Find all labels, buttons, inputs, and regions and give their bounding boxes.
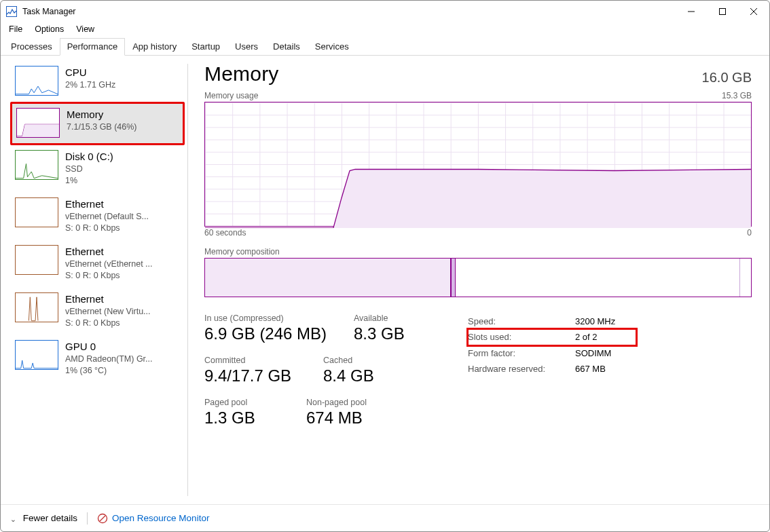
- body: CPU 2% 1.71 GHz Memory 7.1/15.3 GB (46%): [1, 56, 769, 504]
- sidebar-cpu-title: CPU: [65, 66, 115, 79]
- speed-label: Speed:: [468, 314, 563, 329]
- memory-usage-chart: [204, 102, 752, 227]
- nonpaged-label: Non-paged pool: [306, 398, 388, 407]
- eth2-thumb: [15, 245, 58, 275]
- hw-reserved-value: 667 MB: [575, 361, 636, 377]
- tab-services[interactable]: Services: [308, 38, 356, 56]
- chart-axis-right: 0: [747, 228, 752, 238]
- composition-label: Memory composition: [204, 247, 752, 256]
- fewer-details-button[interactable]: ⌃ Fewer details: [10, 513, 77, 523]
- paged-label: Paged pool: [204, 398, 286, 407]
- sidebar-item-gpu0[interactable]: GPU 0 AMD Radeon(TM) Gr... 1% (36 °C): [10, 335, 185, 383]
- sidebar-eth1-title: Ethernet: [65, 197, 149, 211]
- nonpaged-value: 674 MB: [306, 408, 388, 428]
- sidebar-eth2-sub1: vEthernet (vEthernet ...: [65, 259, 153, 270]
- chart-usage-label: Memory usage: [204, 91, 258, 100]
- sidebar-memory-title: Memory: [67, 108, 137, 121]
- chart-axis-left: 60 seconds: [204, 228, 246, 238]
- memory-thumb: [16, 108, 60, 138]
- resource-monitor-icon: [97, 513, 108, 524]
- eth3-thumb: [15, 292, 58, 322]
- tab-bar: Processes Performance App history Startu…: [1, 37, 769, 56]
- menu-options[interactable]: Options: [29, 23, 69, 35]
- sidebar-eth1-sub1: vEthernet (Default S...: [65, 211, 149, 223]
- menubar: File Options View: [1, 22, 769, 37]
- form-factor-label: Form factor:: [468, 345, 563, 361]
- sidebar-eth2-title: Ethernet: [65, 245, 153, 259]
- svg-rect-2: [720, 9, 726, 15]
- svg-line-8: [100, 516, 105, 521]
- eth1-thumb: [15, 197, 58, 227]
- hw-reserved-label: Hardware reserved:: [468, 361, 563, 377]
- sidebar-item-eth1[interactable]: Ethernet vEthernet (Default S... S: 0 R:…: [10, 193, 185, 240]
- sidebar-disk0-title: Disk 0 (C:): [65, 150, 113, 164]
- sidebar-item-cpu[interactable]: CPU 2% 1.71 GHz: [10, 61, 185, 102]
- sidebar-item-disk0[interactable]: Disk 0 (C:) SSD 1%: [10, 145, 185, 193]
- menu-view[interactable]: View: [71, 23, 100, 35]
- minimize-button[interactable]: [676, 1, 707, 22]
- tab-details[interactable]: Details: [265, 38, 308, 56]
- svg-marker-6: [205, 169, 751, 227]
- footer: ⌃ Fewer details Open Resource Monitor: [1, 504, 769, 531]
- available-label: Available: [354, 314, 435, 323]
- fewer-details-label: Fewer details: [23, 513, 77, 523]
- sidebar-item-eth3[interactable]: Ethernet vEthernet (New Virtu... S: 0 R:…: [10, 288, 185, 335]
- committed-label: Committed: [204, 356, 303, 365]
- page-title: Memory: [204, 62, 279, 86]
- speed-value: 3200 MHz: [575, 314, 636, 329]
- cached-value: 8.4 GB: [323, 366, 405, 385]
- tab-app-history[interactable]: App history: [125, 38, 184, 56]
- close-button[interactable]: [738, 1, 769, 22]
- memory-total: 16.0 GB: [702, 70, 752, 86]
- footer-separator: [87, 512, 88, 525]
- comp-seg-standby: [456, 259, 739, 297]
- sidebar-memory-sub: 7.1/15.3 GB (46%): [67, 121, 137, 133]
- slots-value: 2 of 2: [575, 329, 636, 345]
- cpu-thumb: [15, 66, 58, 96]
- sidebar-disk0-sub2: 1%: [65, 175, 113, 187]
- available-value: 8.3 GB: [354, 324, 435, 343]
- menu-file[interactable]: File: [3, 23, 28, 35]
- tab-performance[interactable]: Performance: [60, 38, 125, 56]
- sidebar-eth3-sub1: vEthernet (New Virtu...: [65, 306, 151, 318]
- sidebar-item-memory[interactable]: Memory 7.1/15.3 GB (46%): [10, 102, 185, 145]
- slots-label: Slots used:: [468, 329, 563, 345]
- comp-seg-free: [739, 259, 751, 297]
- sidebar-eth2-sub2: S: 0 R: 0 Kbps: [65, 270, 153, 282]
- task-manager-window: Task Manager File Options View Processes…: [0, 0, 770, 532]
- sidebar-eth1-sub2: S: 0 R: 0 Kbps: [65, 223, 149, 234]
- committed-value: 9.4/17.7 GB: [204, 366, 303, 385]
- app-icon: [6, 6, 17, 17]
- in-use-label: In use (Compressed): [204, 314, 333, 323]
- sidebar-item-eth2[interactable]: Ethernet vEthernet (vEthernet ... S: 0 R…: [10, 240, 185, 288]
- comp-seg-inuse: [205, 259, 452, 297]
- sidebar-disk0-sub1: SSD: [65, 164, 113, 175]
- tab-startup[interactable]: Startup: [184, 38, 227, 56]
- paged-value: 1.3 GB: [204, 408, 286, 428]
- tab-users[interactable]: Users: [227, 38, 265, 56]
- chevron-up-icon: ⌃: [10, 514, 16, 523]
- open-resource-monitor-link[interactable]: Open Resource Monitor: [97, 513, 209, 524]
- cached-label: Cached: [323, 356, 405, 365]
- sidebar-cpu-sub: 2% 1.71 GHz: [65, 79, 115, 91]
- slots-row: Slots used: 2 of 2: [468, 329, 636, 345]
- sidebar-gpu0-title: GPU 0: [65, 340, 153, 354]
- sidebar-gpu0-sub2: 1% (36 °C): [65, 365, 153, 377]
- hardware-table: Speed: 3200 MHz Slots used: 2 of 2 Form …: [468, 314, 636, 428]
- in-use-value: 6.9 GB (246 MB): [204, 324, 333, 343]
- tab-processes[interactable]: Processes: [3, 38, 60, 56]
- form-factor-value: SODIMM: [575, 345, 636, 361]
- maximize-button[interactable]: [707, 1, 738, 22]
- open-resource-monitor-label: Open Resource Monitor: [112, 513, 209, 523]
- disk0-thumb: [15, 150, 58, 180]
- composition-bar: [204, 258, 752, 297]
- stats-area: In use (Compressed) 6.9 GB (246 MB) Avai…: [204, 314, 752, 428]
- chart-usage-max: 15.3 GB: [722, 91, 752, 100]
- sidebar-eth3-title: Ethernet: [65, 292, 151, 306]
- sidebar-eth3-sub2: S: 0 R: 0 Kbps: [65, 318, 151, 329]
- window-title: Task Manager: [22, 7, 76, 16]
- gpu0-thumb: [15, 340, 58, 370]
- sidebar-gpu0-sub1: AMD Radeon(TM) Gr...: [65, 354, 153, 365]
- main-panel: Memory 16.0 GB Memory usage 15.3 GB 60 s…: [188, 56, 769, 504]
- sidebar: CPU 2% 1.71 GHz Memory 7.1/15.3 GB (46%): [1, 56, 187, 504]
